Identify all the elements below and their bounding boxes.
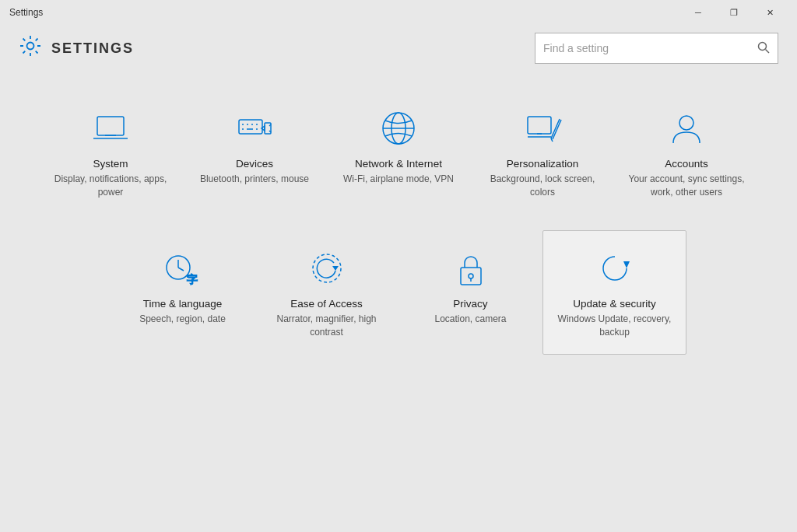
time-icon: 字 [161, 247, 205, 290]
ease-icon [305, 247, 349, 290]
devices-label: Devices [236, 158, 273, 170]
settings-item-personalization[interactable]: Personalization Background, lock screen,… [471, 90, 615, 215]
settings-row-1: System Display, notifications, apps, pow… [31, 90, 766, 215]
settings-item-devices[interactable]: Devices Bluetooth, printers, mouse [183, 90, 327, 215]
page-title: SETTINGS [51, 40, 134, 57]
minimize-button[interactable]: ─ [680, 0, 716, 25]
personalization-label: Personalization [507, 158, 578, 170]
title-bar: Settings ─ ❐ ✕ [0, 0, 797, 25]
svg-point-0 [27, 42, 34, 49]
header-left: SETTINGS [19, 34, 134, 63]
network-label: Network & Internet [355, 158, 442, 170]
settings-grid: System Display, notifications, apps, pow… [31, 90, 766, 355]
settings-item-ease[interactable]: Ease of Access Narrator, magnifier, high… [255, 230, 398, 355]
ease-label: Ease of Access [290, 298, 362, 310]
accounts-icon [665, 107, 708, 150]
devices-icon [233, 107, 276, 150]
settings-item-accounts[interactable]: Accounts Your account, sync settings, wo… [615, 90, 759, 215]
svg-rect-3 [97, 117, 124, 135]
svg-marker-33 [332, 266, 339, 271]
svg-point-35 [469, 274, 473, 278]
gear-icon [19, 34, 42, 63]
network-desc: Wi-Fi, airplane mode, VPN [343, 173, 454, 186]
ease-desc: Narrator, magnifier, high contrast [268, 313, 385, 339]
svg-line-25 [553, 120, 561, 139]
main-content: System Display, notifications, apps, pow… [0, 75, 797, 532]
time-label: Time & language [143, 298, 223, 310]
title-bar-controls: ─ ❐ ✕ [680, 0, 788, 25]
svg-line-24 [551, 119, 560, 138]
svg-line-2 [766, 49, 770, 53]
maximize-button[interactable]: ❐ [716, 0, 752, 25]
svg-text:字: 字 [187, 274, 198, 285]
search-icon [757, 41, 770, 56]
svg-rect-21 [528, 117, 551, 134]
settings-row-2: 字 Time & language Speech, region, date E… [31, 230, 766, 355]
svg-rect-14 [265, 123, 271, 134]
system-desc: Display, notifications, apps, power [52, 173, 170, 199]
settings-item-update[interactable]: Update & security Windows Update, recove… [542, 230, 686, 355]
header: SETTINGS [0, 25, 797, 75]
search-box [535, 33, 778, 64]
title-bar-label: Settings [9, 7, 43, 18]
privacy-icon [449, 247, 493, 290]
settings-item-privacy[interactable]: Privacy Location, camera [398, 230, 542, 355]
settings-item-time[interactable]: 字 Time & language Speech, region, date [111, 230, 255, 355]
time-desc: Speech, region, date [139, 313, 226, 326]
system-icon [89, 107, 132, 150]
personalization-desc: Background, lock screen, colors [484, 173, 602, 199]
personalization-icon [521, 107, 564, 150]
svg-marker-37 [623, 261, 630, 268]
network-icon [377, 107, 420, 150]
accounts-desc: Your account, sync settings, work, other… [628, 173, 746, 199]
accounts-label: Accounts [665, 158, 708, 170]
privacy-desc: Location, camera [434, 313, 506, 326]
svg-rect-34 [461, 268, 481, 285]
svg-line-30 [178, 268, 184, 271]
update-desc: Windows Update, recovery, backup [556, 313, 673, 339]
system-label: System [93, 158, 128, 170]
settings-item-system[interactable]: System Display, notifications, apps, pow… [39, 90, 183, 215]
settings-item-network[interactable]: Network & Internet Wi-Fi, airplane mode,… [327, 90, 471, 215]
privacy-label: Privacy [453, 298, 487, 310]
svg-point-27 [679, 116, 693, 130]
devices-desc: Bluetooth, printers, mouse [200, 173, 309, 186]
search-input[interactable] [543, 42, 757, 54]
close-button[interactable]: ✕ [752, 0, 788, 25]
svg-point-1 [759, 42, 767, 50]
update-label: Update & security [573, 298, 656, 310]
svg-rect-6 [239, 120, 262, 134]
update-icon [593, 247, 637, 290]
